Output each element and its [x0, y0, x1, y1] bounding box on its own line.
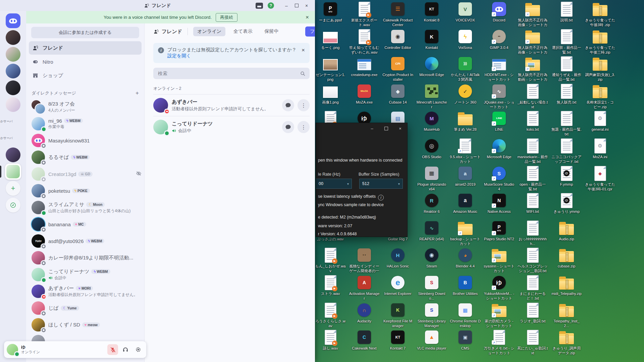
server-item[interactable]: [6, 97, 20, 112]
desktop-icon[interactable]: ⚙general.ini: [584, 111, 616, 132]
desktop-icon[interactable]: LINE↗LINE: [483, 111, 515, 132]
desktop-icon[interactable]: Minecraft Launcher: [416, 83, 448, 109]
sidebar-item-nitro[interactable]: Nitro: [29, 55, 142, 68]
desktop-icon[interactable]: ↗無人販売不正行為動画 - ショートカット: [517, 56, 549, 82]
desktop-icon[interactable]: eInternet Explorer: [382, 275, 414, 296]
desktop-icon[interactable]: ◆Cubase 14: [382, 83, 414, 105]
desktop-icon[interactable]: VVOICEVOX: [449, 1, 481, 22]
desktop-icon[interactable]: aairset2-2019: [449, 166, 481, 187]
user-panel[interactable]: ゆ オンライン: [4, 341, 146, 358]
desktop-icon[interactable]: midi_Telepathy.zip: [550, 275, 583, 296]
lowest-latency-checkbox-label[interactable]: se lowest latency safety offsetsi: [318, 194, 384, 200]
desktop-icon[interactable]: ↗無人販売不正行為画像 - ショートカッ...: [517, 1, 549, 28]
settings-gear-button[interactable]: [133, 344, 144, 355]
desktop-icon[interactable]: ☰Cakewalk Product Center: [382, 1, 414, 27]
desktop-icon[interactable]: ゆきゅうり.ymmp: [550, 193, 583, 214]
explore-servers-button[interactable]: [6, 198, 20, 213]
desktop-icon[interactable]: ϟVoiSona: [449, 29, 481, 50]
desktop-icon[interactable]: N↗Native Access: [483, 193, 515, 214]
deafen-button[interactable]: [120, 344, 131, 355]
desktop-icon[interactable]: ↗万引きメモ.txt - ショートカット: [483, 329, 515, 355]
desktop-icon[interactable]: ゼンテーション1.png: [314, 56, 346, 82]
dialog-minimize-button[interactable]: –: [365, 123, 379, 134]
discord-home-button[interactable]: [6, 13, 20, 28]
desktop-icon[interactable]: ↗Discord: [483, 1, 515, 22]
desktop-icon[interactable]: ニコニコバックアップコード.txt: [550, 138, 583, 164]
create-dm-icon[interactable]: +: [136, 90, 139, 97]
mic-muted-button[interactable]: [107, 344, 118, 355]
server-folder-label[interactable]: かサーバ: [0, 119, 13, 124]
desktop-icon[interactable]: createdump.exe: [348, 56, 380, 77]
server-item[interactable]: [6, 47, 20, 62]
dm-list-item[interactable]: こってりドーナツϟWEBM会話中: [26, 266, 144, 283]
tab-online[interactable]: オンライン: [193, 27, 225, 36]
desktop-icon[interactable]: aAmazon Music: [449, 193, 481, 214]
desktop-icon[interactable]: S↗MuseScore Studio 4: [483, 166, 515, 191]
desktop-icon[interactable]: PNT2ーまにあ.ppsf: [314, 1, 346, 22]
desktop-icon[interactable]: KTKontakt 8: [416, 1, 448, 22]
sidebar-item-shop[interactable]: ショップ: [29, 69, 142, 82]
desktop-icon[interactable]: Telepathy_Inst_2...: [550, 302, 583, 328]
desktop-icon[interactable]: 名称未設定1 - コピー.zip: [584, 83, 616, 109]
open-settings-link[interactable]: 設定を開く: [167, 53, 191, 58]
help-icon[interactable]: ?: [268, 2, 274, 9]
more-options-button[interactable]: ⋮: [298, 121, 310, 133]
dm-list-item[interactable]: るるそばϟWEBM: [26, 149, 144, 166]
desktop-icon[interactable]: ✓ノートン 360: [449, 83, 481, 105]
desktop-icon[interactable]: ◕Blender 4.4: [449, 247, 481, 268]
buffer-size-dropdown[interactable]: 512 ▾: [359, 179, 403, 189]
desktop-icon[interactable]: 死にたい_ゅ歌詞.txt: [517, 329, 549, 355]
dm-list-item[interactable]: ほしくず / SD♥meow: [26, 316, 144, 333]
desktop-icon[interactable]: CCakewalk Next: [348, 329, 380, 351]
dm-list-item[interactable]: Yutoasdf@yuto0926ϟWEBM: [26, 233, 144, 249]
desktop-icon[interactable]: 調声練習(失敗)_3.zip: [584, 56, 616, 82]
server-item-selected[interactable]: [5, 164, 21, 180]
desktop-icon[interactable]: ▦Plogue sforzando x64: [416, 166, 448, 191]
desktop-icon[interactable]: ↗家の防犯カメラ - ショートカット: [483, 302, 515, 328]
desktop-icon[interactable]: ▶ろうさくらしさ.wav: [314, 302, 346, 328]
desktop-icon[interactable]: ▶新規エクスポート.wav: [348, 1, 380, 27]
desktop-icon[interactable]: おっhhhhhhhhhhh...: [517, 220, 549, 246]
desktop-icon[interactable]: ••↗GIMP 3.0.4: [483, 29, 515, 50]
dm-list-item[interactable]: mi_96ϟWEBM作業中毒: [26, 115, 144, 132]
desktop-icon[interactable]: ▲VLC media player: [416, 329, 448, 351]
server-item[interactable]: [6, 80, 20, 95]
desktop-icon[interactable]: ▦Chrome Remote Desktop: [449, 302, 481, 328]
desktop-icon[interactable]: Audio.zip: [550, 220, 583, 241]
desktop-icon[interactable]: open - 親作品一覧.txt: [517, 166, 549, 191]
desktop-icon[interactable]: KKeepforest File Manager: [382, 302, 414, 328]
desktop-icon[interactable]: ⚙MoZA.ini: [584, 138, 616, 159]
server-folder-label[interactable]: かサーバ: [0, 136, 13, 140]
dm-list-item[interactable]: Masayukisnow831: [26, 132, 144, 149]
message-button[interactable]: [282, 99, 294, 111]
desktop-icon[interactable]: )))かんたん！AITalk 3 関西風: [449, 56, 481, 82]
desktop-icon[interactable]: 画像1.png: [314, 83, 346, 105]
add-friend-button[interactable]: フレ: [305, 26, 315, 37]
desktop-icon[interactable]: るーく.png: [314, 29, 346, 50]
open-on-connect-label[interactable]: pen this window when hardware is connect…: [318, 158, 402, 163]
dialog-maximize-button[interactable]: [379, 123, 393, 134]
desktop-icon[interactable]: ↗Microsoft Edge: [483, 138, 515, 159]
dialog-close-button[interactable]: ×: [393, 123, 407, 134]
notice-close-icon[interactable]: ×: [302, 47, 305, 54]
dm-list-item[interactable]: カレー卯丼@8/19より期限不明活動...: [26, 249, 144, 266]
sidebar-item-friends[interactable]: フレンド: [29, 41, 142, 55]
dm-list-item[interactable]: bananana♥MC: [26, 216, 144, 233]
desktop-icon[interactable]: ▶答え知っててもむずいわこれ.wav: [348, 29, 380, 55]
desktop-icon[interactable]: ∿↗JQuake.exe - ショートカット: [483, 83, 515, 109]
desktop-icon[interactable]: CPICrypton Product Installer: [382, 56, 414, 82]
desktop-icon[interactable]: ↗backup - ショートカット: [449, 220, 481, 246]
banner-close-icon[interactable]: ×: [306, 14, 309, 21]
desktop-icon[interactable]: Microsoft Edge: [416, 56, 448, 77]
desktop-icon[interactable]: ◉Steam: [416, 247, 448, 268]
desktop-icon[interactable]: きゅうり食ってた午後3時 .zip: [584, 1, 616, 27]
reconnect-button[interactable]: 再接続: [216, 13, 237, 22]
desktop-icon[interactable]: きゅうり_調声用データ.zip: [550, 329, 583, 355]
inbox-icon[interactable]: [256, 3, 263, 9]
add-server-button[interactable]: +: [6, 181, 20, 196]
desktop-icon[interactable]: ∿REAPER (x64): [416, 220, 448, 241]
desktop-icon[interactable]: まにまにわーるど！.txt: [517, 275, 549, 301]
desktop-icon[interactable]: RReaktor 6: [416, 193, 448, 214]
desktop-icon[interactable]: ↗無人販売不正行為画像 - ショートカット: [517, 29, 549, 55]
search-input[interactable]: [157, 70, 300, 76]
